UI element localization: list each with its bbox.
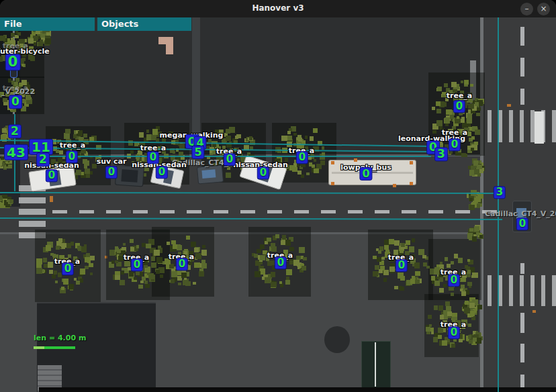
tree-pixels bbox=[467, 259, 470, 262]
count-badge[interactable]: 2 bbox=[8, 124, 21, 138]
tree-pixels bbox=[451, 344, 455, 348]
tree-pixels bbox=[451, 293, 454, 296]
bus-marker-dot bbox=[354, 158, 357, 162]
tree-pixels bbox=[226, 136, 230, 140]
menu-item-file[interactable]: File bbox=[0, 17, 95, 31]
count-badge[interactable]: 0 bbox=[9, 95, 22, 109]
count-badge[interactable]: 0 bbox=[131, 258, 143, 271]
tree-pixels bbox=[111, 260, 114, 263]
title-bar: Hanover v3 – × bbox=[0, 0, 556, 17]
tree-pixels bbox=[136, 271, 140, 275]
count-badge[interactable]: 0 bbox=[156, 166, 168, 179]
orange-marker bbox=[507, 104, 511, 107]
count-badge[interactable]: 2 bbox=[36, 152, 50, 166]
tree-pixels bbox=[1, 135, 6, 140]
count-badge[interactable]: 0 bbox=[62, 262, 74, 275]
tree-pixels bbox=[235, 136, 238, 139]
count-badge[interactable]: 0 bbox=[176, 258, 188, 271]
count-badge[interactable]: 0 bbox=[147, 151, 159, 164]
cadillac-sprite[interactable] bbox=[197, 164, 224, 184]
menu-item-objects[interactable]: Objects bbox=[97, 17, 191, 31]
count-badge[interactable]: 0 bbox=[448, 326, 460, 339]
tree-pixels bbox=[451, 82, 457, 87]
tree-pixels bbox=[151, 256, 156, 261]
lane-dash bbox=[520, 27, 524, 46]
count-badge[interactable]: 0 bbox=[105, 166, 118, 179]
bus-marker-dot bbox=[393, 184, 396, 187]
crosswalk-stripe bbox=[488, 110, 492, 142]
tree-pixels bbox=[451, 261, 454, 264]
tree-pixels bbox=[422, 255, 426, 258]
tree-pixels bbox=[289, 165, 295, 170]
lane-dash bbox=[455, 210, 470, 213]
tree-pixels bbox=[36, 268, 42, 274]
count-badge[interactable]: 0 bbox=[5, 54, 21, 70]
tree-pixels bbox=[434, 281, 440, 286]
tree-pixels bbox=[22, 58, 26, 61]
tree-pixels bbox=[434, 269, 439, 275]
count-badge[interactable]: 0 bbox=[453, 100, 465, 113]
object-label[interactable]: tree_a bbox=[60, 141, 86, 150]
lane-dash bbox=[267, 210, 282, 213]
object-label[interactable]: tree_a bbox=[447, 91, 473, 100]
tree-pixels bbox=[244, 145, 249, 150]
lane-dash bbox=[240, 210, 255, 213]
count-badge[interactable]: 0 bbox=[449, 138, 461, 151]
count-badge[interactable]: 0 bbox=[224, 153, 236, 166]
count-badge[interactable]: 0 bbox=[66, 150, 78, 163]
lane-dash bbox=[348, 210, 363, 213]
tree-pixels bbox=[474, 169, 479, 175]
tree-pixels bbox=[285, 240, 291, 245]
tree-pixels bbox=[199, 271, 204, 277]
tree-pixels bbox=[432, 130, 436, 134]
count-badge[interactable]: 3 bbox=[494, 186, 506, 199]
tree-pixels bbox=[90, 171, 93, 175]
tree-pixels bbox=[0, 197, 3, 200]
tree-pixels bbox=[281, 240, 285, 245]
tree-pixels bbox=[440, 315, 445, 320]
count-badge[interactable]: 0 bbox=[257, 166, 269, 179]
crosswalk-stripe bbox=[19, 197, 46, 203]
tree-pixels bbox=[383, 278, 387, 282]
close-icon[interactable]: × bbox=[537, 3, 550, 15]
tree-pixels bbox=[130, 239, 134, 243]
tree-pixels bbox=[438, 335, 442, 339]
tree-pixels bbox=[169, 264, 174, 268]
count-badge[interactable]: 0 bbox=[516, 217, 528, 230]
object-label[interactable]: Cadillac_CT4_V_202 bbox=[485, 209, 556, 218]
tree-pixels bbox=[186, 236, 190, 240]
minimize-icon[interactable]: – bbox=[520, 3, 533, 15]
tree-pixels bbox=[454, 254, 458, 258]
count-badge[interactable]: 0 bbox=[275, 256, 287, 269]
tree-pixels bbox=[471, 148, 474, 151]
count-badge[interactable]: 0 bbox=[448, 274, 460, 287]
count-badge[interactable]: 5 bbox=[191, 146, 204, 159]
tree-pixels bbox=[381, 257, 385, 260]
tree-pixels bbox=[461, 291, 466, 296]
object-label[interactable]: suv car bbox=[97, 157, 127, 166]
tree-pixels bbox=[2, 128, 7, 133]
tree-pixels bbox=[146, 130, 149, 132]
bottom-black-strip bbox=[39, 387, 556, 392]
tree-pixels bbox=[443, 342, 446, 346]
count-badge[interactable]: 0 bbox=[46, 169, 58, 182]
tree-pixels bbox=[3, 98, 7, 102]
lane-dash bbox=[520, 344, 524, 362]
bus-marker-dot bbox=[331, 182, 334, 185]
crosswalk-stripe bbox=[552, 110, 556, 142]
tree-pixels bbox=[17, 32, 21, 36]
crosswalk-stripe bbox=[509, 275, 513, 306]
count-badge[interactable]: 0 bbox=[359, 167, 372, 181]
tree-pixels bbox=[78, 131, 82, 135]
tree-pixels bbox=[400, 276, 406, 281]
count-badge[interactable]: 3 bbox=[434, 147, 448, 161]
count-badge[interactable]: 43 bbox=[4, 144, 28, 160]
count-badge[interactable]: 0 bbox=[396, 259, 408, 272]
count-badge[interactable]: 0 bbox=[296, 151, 308, 164]
tree-pixels bbox=[431, 276, 435, 280]
tree-pixels bbox=[129, 272, 134, 277]
tree-pixels bbox=[384, 245, 389, 250]
tree-pixels bbox=[90, 156, 93, 158]
tree-pixels bbox=[415, 271, 420, 276]
tree-pixels bbox=[63, 279, 69, 285]
